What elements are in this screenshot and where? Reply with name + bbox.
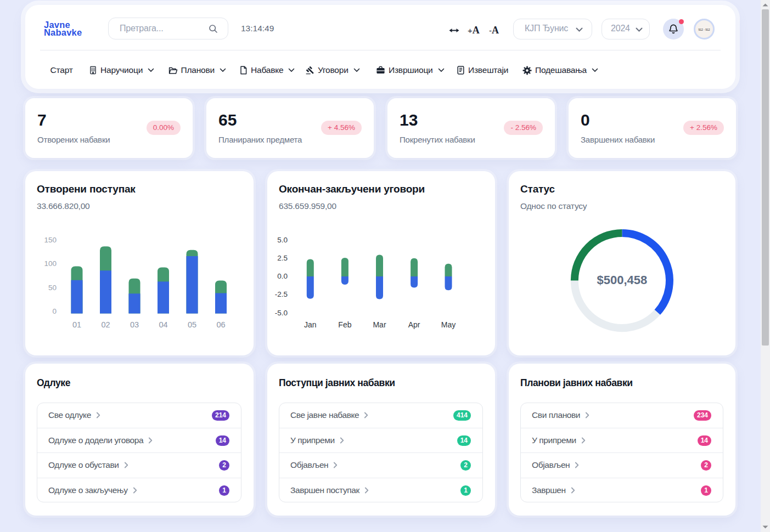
svg-text:2.5: 2.5 [277,254,288,262]
svg-text:100: 100 [44,259,57,268]
svg-text:01: 01 [72,320,81,329]
svg-text:May: May [441,320,456,329]
svg-text:Feb: Feb [338,320,351,329]
svg-text:03: 03 [130,320,139,329]
svg-text:$500,458: $500,458 [597,273,648,287]
svg-text:Jan: Jan [304,320,317,329]
svg-text:0.0: 0.0 [277,272,288,280]
svg-text:-5.0: -5.0 [275,309,288,317]
svg-text:06: 06 [216,320,225,329]
svg-text:05: 05 [188,320,196,329]
svg-text:150: 150 [44,236,57,244]
svg-text:Mar: Mar [373,320,386,329]
svg-text:0: 0 [52,307,57,315]
svg-text:-2.5: -2.5 [275,290,288,298]
svg-text:5.0: 5.0 [277,236,288,244]
svg-text:02: 02 [101,320,110,329]
svg-text:Apr: Apr [408,320,420,329]
svg-text:04: 04 [159,320,167,329]
svg-text:50: 50 [48,284,57,292]
